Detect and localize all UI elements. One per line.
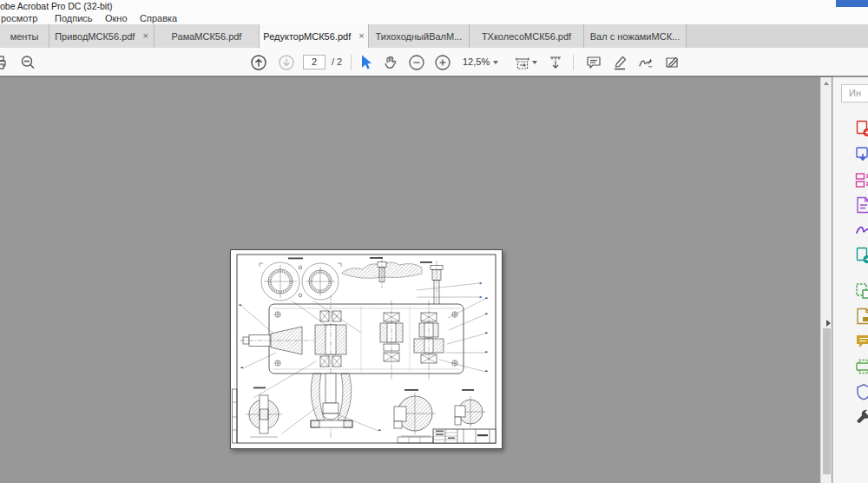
technical-drawing [231, 250, 502, 448]
fit-page-icon[interactable] [547, 54, 564, 71]
page-number-input[interactable]: 2 [303, 55, 326, 69]
window-corner-fragment [836, 0, 868, 7]
tools-panel-combine-files-button[interactable] [855, 282, 868, 301]
search-icon[interactable] [19, 54, 36, 71]
tools-panel-fill-sign-button[interactable] [855, 222, 868, 241]
request-signatures-icon [855, 247, 868, 264]
tab-val-s-nozhami[interactable]: Вал с ножамиМСК... [584, 24, 687, 48]
tab-close-icon[interactable]: × [142, 31, 148, 41]
create-pdf-icon [855, 120, 868, 137]
acrobat-window: { "window": { "title": "obe Acrobat Pro … [0, 0, 868, 483]
menu-window[interactable]: Окно [105, 12, 128, 24]
scrollbar-thumb[interactable] [823, 328, 831, 474]
menu-help[interactable]: Справка [140, 12, 177, 24]
document-viewport[interactable] [0, 76, 833, 483]
menu-bar: росмотр Подпись Окно Справка [0, 12, 868, 24]
zoom-level-value[interactable]: 12,5% [463, 56, 490, 67]
tab-rama[interactable]: РамаМСК56.pdf [155, 24, 260, 48]
tools-panel-edit-pdf-button[interactable] [855, 196, 868, 215]
view-top-left [260, 258, 341, 301]
title-bar: obe Acrobat Pro DC (32-bit) [0, 0, 868, 12]
window-title: obe Acrobat Pro DC (32-bit) [0, 1, 113, 11]
zoom-in-icon[interactable] [434, 54, 451, 71]
zoom-out-icon[interactable] [408, 54, 425, 71]
tab-tools-partial[interactable]: менты [0, 24, 49, 48]
toolbar-separator [351, 55, 352, 70]
tools-panel-export-pdf-button[interactable] [855, 146, 868, 165]
tools-panel-stamp-button[interactable] [855, 308, 868, 327]
export-pdf-icon [855, 146, 868, 163]
detail-bottom-right-1 [394, 389, 436, 436]
comment-tool-icon [855, 333, 868, 350]
scroll-up-icon[interactable] [824, 82, 829, 85]
zoom-caret-down-icon[interactable] [493, 61, 498, 64]
tools-panel-comment-button[interactable] [855, 333, 868, 352]
edit-pdf-icon[interactable] [663, 54, 681, 71]
detail-bottom-right-2 [455, 389, 486, 433]
tools-search-input[interactable]: Ин [841, 84, 868, 103]
bottom-bell-housing [311, 374, 352, 427]
fit-width-icon[interactable] [514, 54, 531, 71]
hand-tool-icon[interactable] [382, 54, 399, 71]
stamp-icon [855, 308, 868, 325]
combine-files-icon [855, 282, 868, 300]
select-tool-icon[interactable] [358, 54, 375, 71]
comment-icon[interactable] [585, 54, 602, 71]
fit-caret-down-icon[interactable] [532, 61, 537, 64]
more-tools-icon [855, 408, 868, 426]
tab-thkoleso[interactable]: ТХколесоМСК56.pdf [470, 24, 584, 48]
menu-sign[interactable]: Подпись [55, 12, 93, 24]
page-up-icon[interactable] [250, 54, 267, 71]
tools-panel-organize-pages-button[interactable] [855, 171, 868, 190]
tab-reduktor-active[interactable]: РедукторМСК56.pdf × [260, 24, 369, 48]
main-toolbar: 2 / 2 12,5% [0, 48, 868, 76]
tools-panel: Ин [832, 77, 868, 483]
page-down-icon[interactable] [278, 54, 295, 71]
protect-icon [855, 383, 868, 400]
pdf-page[interactable] [230, 249, 503, 449]
edit-pdf-tool-icon [855, 196, 868, 214]
tools-panel-more-tools-button[interactable] [855, 408, 868, 427]
tab-tihohodny-val[interactable]: ТихоходныйВалМ... [369, 24, 470, 48]
tools-panel-request-signatures-button[interactable] [855, 247, 868, 266]
input-shaft-top [420, 261, 443, 311]
fill-sign-tool-icon [855, 222, 868, 239]
tools-panel-scan-ocr-button[interactable] [855, 358, 868, 377]
scan-ocr-icon [855, 358, 868, 375]
tab-privod[interactable]: ПриводМСК56.pdf × [49, 24, 155, 48]
page-total-label: / 2 [332, 56, 342, 67]
document-tab-bar: менты ПриводМСК56.pdf × РамаМСК56.pdf Ре… [0, 24, 868, 48]
vertical-scrollbar[interactable] [820, 77, 832, 483]
tools-panel-create-pdf-button[interactable] [855, 120, 868, 139]
tools-panel-protect-button[interactable] [855, 383, 868, 402]
menu-view[interactable]: росмотр [1, 12, 37, 24]
toolbar-separator [573, 55, 574, 70]
printer-icon[interactable] [0, 54, 9, 71]
panel-collapse-arrow-icon[interactable] [826, 320, 831, 327]
view-top-center [342, 257, 422, 288]
detail-bottom-left [246, 387, 282, 438]
fill-sign-icon[interactable] [637, 54, 654, 71]
organize-pages-icon [855, 171, 868, 189]
highlight-icon[interactable] [611, 54, 628, 71]
tab-close-icon[interactable]: × [358, 31, 364, 41]
